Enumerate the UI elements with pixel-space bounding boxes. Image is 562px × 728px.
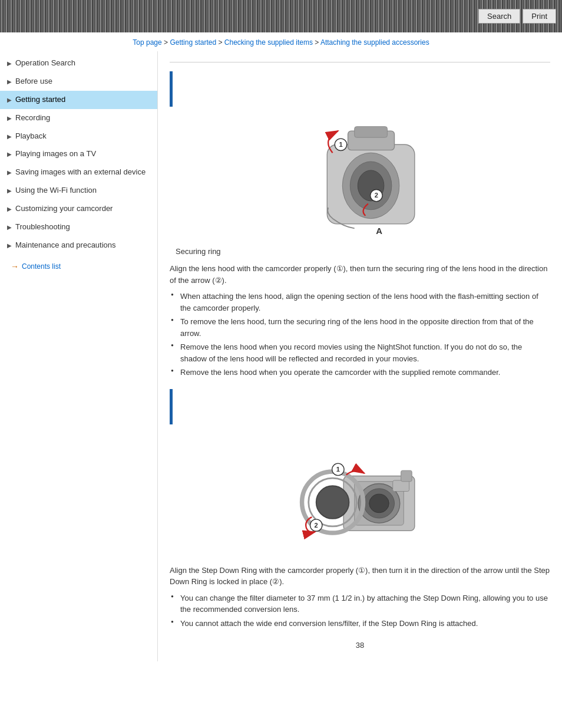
breadcrumb-checking-supplied[interactable]: Checking the supplied items	[224, 38, 313, 47]
arrow-icon-8: ▶	[7, 205, 12, 213]
arrow-icon-6: ▶	[7, 169, 12, 176]
sidebar-label-10: Maintenance and precautions	[15, 241, 151, 251]
arrow-icon-9: ▶	[7, 223, 12, 231]
para1-text: Align the lens hood with the camcorder p…	[170, 263, 550, 286]
step-down-diagram-container: 1 2	[170, 430, 550, 560]
arrow-icon-5: ▶	[7, 150, 12, 158]
arrow-icon-2: ▶	[7, 96, 12, 104]
contents-list-link[interactable]: → Contents list	[0, 255, 157, 277]
breadcrumb-getting-started[interactable]: Getting started	[170, 38, 216, 47]
header-buttons: Search Print	[478, 9, 556, 24]
svg-rect-24	[393, 480, 409, 491]
bullet1-3: Remove the lens hood when you operate th…	[170, 367, 550, 378]
sidebar-item-operation-search[interactable]: ▶ Operation Search	[0, 54, 157, 73]
lens-hood-svg: 1 2 A	[283, 113, 437, 242]
sidebar-label-5: Playing images on a TV	[15, 149, 151, 159]
sidebar-label-2: Getting started	[15, 95, 151, 105]
sidebar-item-recording[interactable]: ▶ Recording	[0, 109, 157, 127]
section2-indicator	[170, 389, 173, 424]
breadcrumb-sep2: >	[216, 38, 224, 47]
arrow-icon-0: ▶	[7, 60, 12, 67]
sidebar-label-3: Recording	[15, 113, 151, 123]
step-down-svg: 1 2	[283, 430, 437, 560]
sidebar-item-playing-images[interactable]: ▶ Playing images on a TV	[0, 145, 157, 163]
sidebar-label-9: Troubleshooting	[15, 222, 151, 232]
para2-text: Align the Step Down Ring with the camcor…	[170, 565, 550, 588]
bullet1-0: When attaching the lens hood, align the …	[170, 291, 550, 314]
section1-block	[170, 71, 550, 107]
bullet1-1: To remove the lens hood, turn the securi…	[170, 316, 550, 339]
lens-hood-diagram-container: 1 2 A	[170, 113, 550, 242]
contents-list-arrow-icon: →	[11, 262, 19, 271]
sidebar-item-playback[interactable]: ▶ Playback	[0, 127, 157, 146]
sidebar-label-8: Customizing your camcorder	[15, 204, 151, 214]
arrow-icon-7: ▶	[7, 187, 12, 195]
svg-text:2: 2	[315, 521, 318, 528]
bullet2-1: You cannot attach the wide end conversio…	[170, 618, 550, 630]
svg-text:1: 1	[336, 466, 340, 473]
sidebar-label-6: Saving images with an external device	[15, 167, 151, 177]
content-area: 1 2 A Securing ring Align the	[158, 51, 562, 661]
header-bar: Search Print	[0, 0, 562, 32]
sidebar: ▶ Operation Search ▶ Before use ▶ Gettin…	[0, 51, 158, 661]
bullet2-0: You can change the filter diameter to 37…	[170, 592, 550, 615]
svg-text:A: A	[376, 226, 382, 236]
breadcrumb-top-page[interactable]: Top page	[133, 38, 161, 47]
print-button[interactable]: Print	[523, 9, 556, 24]
sidebar-item-getting-started[interactable]: ▶ Getting started	[0, 91, 157, 109]
securing-ring-label: Securing ring	[170, 247, 550, 256]
sidebar-item-wifi[interactable]: ▶ Using the Wi-Fi function	[0, 182, 157, 200]
section1-indicator	[170, 71, 173, 107]
sidebar-label-0: Operation Search	[15, 58, 151, 68]
sidebar-label-4: Playback	[15, 131, 151, 141]
arrow-icon-1: ▶	[7, 78, 12, 85]
svg-rect-25	[401, 470, 412, 482]
page-number: 38	[170, 641, 550, 650]
svg-point-16	[369, 494, 389, 513]
sidebar-item-maintenance[interactable]: ▶ Maintenance and precautions	[0, 236, 157, 255]
bullets2-list: You can change the filter diameter to 37…	[170, 592, 550, 630]
sidebar-item-before-use[interactable]: ▶ Before use	[0, 73, 157, 91]
svg-text:2: 2	[375, 192, 378, 199]
sidebar-item-saving-images[interactable]: ▶ Saving images with an external device	[0, 163, 157, 182]
sidebar-label-7: Using the Wi-Fi function	[15, 186, 151, 196]
section2-block	[170, 389, 550, 424]
breadcrumb-sep1: >	[162, 38, 170, 47]
svg-point-19	[316, 486, 349, 519]
breadcrumb-attaching[interactable]: Attaching the supplied accessories	[320, 38, 429, 47]
breadcrumb: Top page > Getting started > Checking th…	[0, 32, 562, 51]
arrow-icon-4: ▶	[7, 133, 12, 140]
svg-rect-5	[355, 127, 388, 138]
top-divider	[170, 62, 550, 62]
sidebar-label-1: Before use	[15, 77, 151, 87]
arrow-icon-10: ▶	[7, 242, 12, 249]
sidebar-item-troubleshooting[interactable]: ▶ Troubleshooting	[0, 218, 157, 236]
sidebar-item-customizing[interactable]: ▶ Customizing your camcorder	[0, 200, 157, 218]
arrow-icon-3: ▶	[7, 114, 12, 122]
breadcrumb-sep3: >	[313, 38, 320, 47]
contents-list-label: Contents list	[22, 262, 61, 271]
bullets1-list: When attaching the lens hood, align the …	[170, 291, 550, 378]
search-button[interactable]: Search	[478, 9, 520, 24]
bullet1-2: Remove the lens hood when you record mov…	[170, 341, 550, 364]
svg-text:1: 1	[339, 141, 342, 148]
main-layout: ▶ Operation Search ▶ Before use ▶ Gettin…	[0, 51, 562, 661]
